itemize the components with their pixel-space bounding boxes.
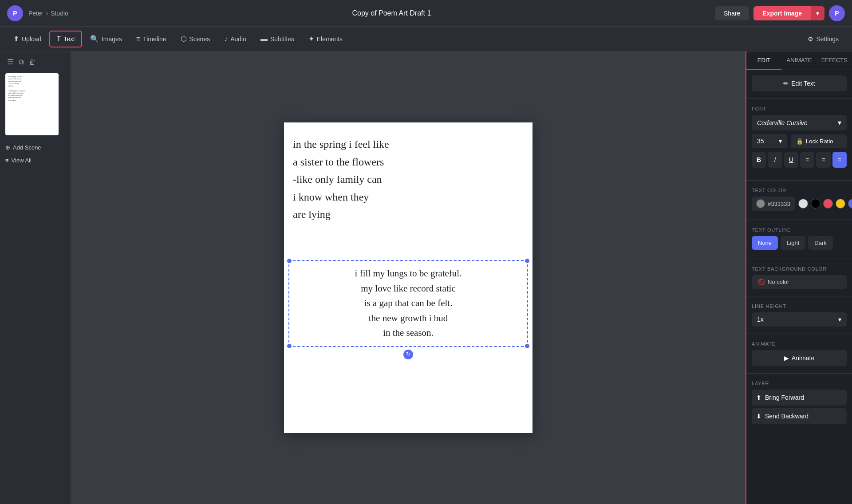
tab-effects[interactable]: EFFECTS — [817, 51, 852, 70]
edit-text-button[interactable]: ✏ Edit Text — [752, 75, 847, 91]
font-dropdown-icon: ▾ — [838, 118, 841, 127]
scene-thumbnail-content: in the spring i feel like a sister to th… — [5, 73, 59, 135]
animate-section: ANIMATE ▶ Animate — [746, 336, 852, 371]
color-preset-grey[interactable] — [798, 199, 808, 209]
export-dropdown-button[interactable]: ▾ — [811, 6, 824, 20]
bring-forward-icon: ⬆ — [756, 394, 761, 401]
text-color-section: TEXT COLOR #333333 — [746, 182, 852, 218]
resize-handle-br[interactable] — [524, 343, 530, 349]
color-preset-red[interactable] — [823, 199, 833, 209]
no-color-button[interactable]: 🚫 No color — [752, 275, 847, 289]
export-button[interactable]: Export Image — [753, 6, 811, 20]
user-name[interactable]: Peter — [28, 10, 43, 17]
timeline-button[interactable]: ≡ Timeline — [130, 32, 173, 47]
breadcrumb-separator: › — [46, 10, 48, 17]
tab-animate[interactable]: ANIMATE — [781, 51, 816, 70]
color-preset-black[interactable] — [811, 199, 820, 209]
color-current-button[interactable]: #333333 — [752, 197, 795, 211]
outline-dark-button[interactable]: Dark — [808, 236, 832, 250]
images-button[interactable]: 🔍 Images — [84, 31, 128, 47]
upload-button[interactable]: ⬆ Upload — [7, 31, 47, 47]
export-button-group: Export Image ▾ — [753, 6, 824, 20]
bring-forward-button[interactable]: ⬆ Bring Forward — [752, 390, 847, 406]
thumb-menu-button[interactable]: ☰ — [5, 57, 15, 67]
line-height-value: 1x — [757, 316, 764, 323]
line-height-dropdown-icon: ▾ — [838, 316, 841, 323]
font-select-row[interactable]: Cedarville Cursive ▾ — [752, 115, 847, 130]
animate-button[interactable]: ▶ Animate — [752, 350, 847, 366]
resize-handle-tl[interactable] — [286, 258, 292, 264]
line-height-label: LINE HEIGHT — [752, 303, 847, 309]
scenes-button[interactable]: ⬡ Scenes — [174, 31, 217, 47]
text-bg-section: TEXT BACKGROUND COLOR 🚫 No color — [746, 261, 852, 294]
add-scene-button[interactable]: ⊕ Add Scene — [5, 142, 65, 153]
canvas-area: in the spring i feel like a sister to th… — [71, 51, 746, 504]
subtitles-icon: ▬ — [260, 35, 268, 43]
resize-handle-bl[interactable] — [286, 343, 292, 349]
text-block-top[interactable]: in the spring i feel like a sister to th… — [293, 136, 524, 224]
text-block-selected[interactable]: i fill my lungs to be grateful. my love … — [288, 260, 528, 347]
animate-icon: ▶ — [784, 354, 789, 362]
line-height-select[interactable]: 1x ▾ — [752, 312, 847, 327]
audio-icon: ♪ — [224, 35, 228, 43]
lock-ratio-button[interactable]: 🔒 Lock Ratio — [791, 134, 847, 148]
nav-right: Share Export Image ▾ P — [715, 5, 845, 21]
color-preset-yellow[interactable] — [836, 199, 845, 209]
bold-button[interactable]: B — [752, 152, 766, 168]
scene-thumbnail[interactable]: in the spring i feel like a sister to th… — [5, 73, 59, 135]
text-format-row: B I U ≡ ≡ ≡ — [752, 152, 847, 168]
thumb-delete-button[interactable]: 🗑 — [27, 57, 38, 67]
images-icon: 🔍 — [90, 35, 99, 43]
canvas-wrapper: in the spring i feel like a sister to th… — [284, 122, 532, 433]
text-bg-label: TEXT BACKGROUND COLOR — [752, 266, 847, 272]
right-panel: EDIT ANIMATE EFFECTS ✏ Edit Text FONT Ce… — [746, 51, 852, 504]
elements-button[interactable]: ✦ Elements — [302, 31, 349, 47]
settings-button[interactable]: ⚙ Settings — [801, 32, 845, 46]
audio-button[interactable]: ♪ Audio — [218, 32, 252, 47]
resize-handle-tr[interactable] — [524, 258, 530, 264]
animate-section-label: ANIMATE — [752, 341, 847, 346]
rotate-handle[interactable]: ↻ — [403, 350, 413, 359]
send-backward-icon: ⬇ — [756, 413, 761, 420]
add-scene-icon: ⊕ — [5, 144, 10, 151]
brand-logo: P — [7, 5, 23, 21]
share-button[interactable]: Share — [715, 6, 749, 20]
align-left-button[interactable]: ≡ — [800, 152, 814, 168]
user-avatar[interactable]: P — [829, 5, 845, 21]
tab-edit[interactable]: EDIT — [746, 51, 781, 70]
color-hex-value: #333333 — [768, 201, 790, 207]
font-section-label: FONT — [752, 106, 847, 111]
align-right-button[interactable]: ≡ — [832, 152, 847, 168]
font-size-row: 35 ▾ 🔒 Lock Ratio — [752, 134, 847, 148]
underline-button[interactable]: U — [784, 152, 798, 168]
align-center-button[interactable]: ≡ — [816, 152, 830, 168]
font-size-select[interactable]: 35 ▾ — [752, 134, 787, 148]
text-icon: T — [56, 35, 61, 43]
main-area: ☰ ⧉ 🗑 in the spring i feel like a sister… — [0, 51, 852, 504]
line-height-section: LINE HEIGHT 1x ▾ — [746, 298, 852, 332]
text-button[interactable]: T Text — [49, 31, 82, 47]
sidebar-bottom: ⊕ Add Scene ≡ View All — [5, 142, 65, 165]
outline-none-button[interactable]: None — [752, 236, 778, 250]
thumb-actions: ☰ ⧉ 🗑 — [5, 57, 65, 67]
font-size-value: 35 — [757, 138, 764, 145]
font-size-dropdown-icon: ▾ — [779, 138, 782, 145]
italic-button[interactable]: I — [768, 152, 782, 168]
send-backward-button[interactable]: ⬇ Send Backward — [752, 408, 847, 424]
elements-icon: ✦ — [308, 35, 314, 43]
sidebar: ☰ ⧉ 🗑 in the spring i feel like a sister… — [0, 51, 71, 504]
studio-label[interactable]: Studio — [51, 10, 68, 17]
outline-light-button[interactable]: Light — [781, 236, 805, 250]
subtitles-button[interactable]: ▬ Subtitles — [254, 32, 300, 47]
color-presets — [798, 199, 852, 209]
timeline-icon: ≡ — [136, 35, 140, 43]
thumb-copy-button[interactable]: ⧉ — [17, 57, 25, 67]
page-title: Copy of Poem Art Draft 1 — [74, 9, 710, 17]
view-all-button[interactable]: ≡ View All — [5, 155, 65, 165]
pencil-icon: ✏ — [783, 80, 789, 87]
upload-icon: ⬆ — [13, 35, 19, 43]
scenes-icon: ⬡ — [181, 35, 187, 43]
font-name: Cedarville Cursive — [757, 119, 808, 126]
color-preset-blue[interactable] — [848, 199, 852, 209]
color-row: #333333 — [752, 197, 847, 211]
